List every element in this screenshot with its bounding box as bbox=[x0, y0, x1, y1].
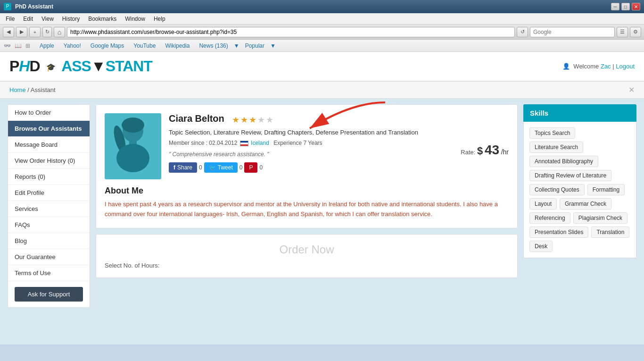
forward-button[interactable]: ▶ bbox=[16, 27, 27, 37]
username-link[interactable]: Zac bbox=[601, 63, 611, 70]
logo-tie: 🎓 bbox=[46, 63, 55, 71]
search-bar[interactable] bbox=[530, 27, 615, 37]
menu-bookmarks[interactable]: Bookmarks bbox=[84, 15, 120, 23]
pinterest-label: P bbox=[249, 164, 253, 171]
new-tab-button[interactable]: + bbox=[29, 27, 41, 37]
skills-body: Topics Search Literature Search Annotate… bbox=[523, 122, 636, 258]
sidebar-item-browse-assistants[interactable]: Browse Our Assistants bbox=[8, 121, 90, 137]
user-nav: 👤 Welcome Zac | Logout bbox=[562, 63, 635, 70]
bookmark-popular[interactable]: Popular bbox=[241, 42, 268, 50]
skill-presentation-slides[interactable]: Presentation Slides bbox=[529, 227, 588, 238]
bookmark-googlemaps[interactable]: Google Maps bbox=[87, 42, 128, 50]
sidebar-item-faqs[interactable]: FAQs bbox=[8, 217, 90, 233]
site-header: PHD 🎓 ASS▼STANT 👤 Welcome Zac | Logout bbox=[0, 52, 644, 82]
content-area: Ciara Belton ★ ★ ★ ★ ★ Topic Selection, … bbox=[96, 104, 518, 278]
sidebar-item-terms[interactable]: Terms of Use bbox=[8, 265, 90, 281]
back-button[interactable]: ◀ bbox=[3, 27, 14, 37]
skill-drafting-review[interactable]: Drafting Review of Literature bbox=[529, 170, 611, 181]
reload-button[interactable]: ↻ bbox=[42, 27, 52, 37]
news-dropdown-icon[interactable]: ▼ bbox=[234, 42, 239, 49]
url-bar[interactable] bbox=[67, 27, 515, 37]
logout-link[interactable]: Logout bbox=[616, 63, 635, 70]
rate-label: Rate: bbox=[461, 149, 475, 156]
menu-edit[interactable]: Edit bbox=[19, 15, 37, 23]
profile-skills: Topic Selection, Literature Review, Draf… bbox=[169, 129, 509, 136]
user-icon: 👤 bbox=[562, 63, 570, 70]
skills-panel: Skills Topics Search Literature Search A… bbox=[523, 104, 636, 258]
skill-grammar-check[interactable]: Grammar Check bbox=[560, 198, 611, 210]
refresh-icon[interactable]: ↺ bbox=[517, 27, 528, 37]
settings-icon[interactable]: ⚙ bbox=[630, 27, 641, 37]
bookmark-yahoo[interactable]: Yahoo! bbox=[60, 42, 85, 50]
about-title: About Me bbox=[105, 186, 509, 196]
menu-view[interactable]: View bbox=[38, 15, 58, 23]
menu-icon[interactable]: ☰ bbox=[617, 27, 628, 37]
skill-referencing[interactable]: Referencing bbox=[529, 212, 570, 224]
star-4: ★ bbox=[257, 115, 265, 125]
bookmark-news[interactable]: News (136) bbox=[195, 42, 231, 50]
rate-per: /hr bbox=[501, 148, 509, 156]
support-button[interactable]: Ask for Support bbox=[15, 287, 83, 302]
country-link[interactable]: Iceland bbox=[251, 140, 269, 146]
breadcrumb-bar: Home / Assistant ✕ bbox=[0, 82, 644, 99]
skill-topics-search[interactable]: Topics Search bbox=[529, 127, 575, 139]
skill-translation[interactable]: Translation bbox=[591, 227, 629, 238]
bookmark-youtube[interactable]: YouTube bbox=[130, 42, 159, 50]
close-icon[interactable]: ✕ bbox=[628, 85, 635, 94]
social-buttons: f Share 0 🐦 Tweet 0 P bbox=[169, 162, 509, 173]
popular-dropdown-icon[interactable]: ▼ bbox=[270, 42, 276, 49]
profile-quote: " Comprehensive research assistance. " bbox=[169, 151, 509, 158]
sidebar-item-how-to-order[interactable]: How to Order bbox=[8, 105, 90, 121]
twitter-count: 0 bbox=[239, 164, 243, 171]
sidebar-item-message-board[interactable]: Message Board bbox=[8, 137, 90, 153]
twitter-tweet-button[interactable]: 🐦 Tweet bbox=[204, 162, 238, 173]
menu-window[interactable]: Window bbox=[121, 15, 149, 23]
sidebar-item-our-guarantee[interactable]: Our Guarantee bbox=[8, 249, 90, 265]
home-button[interactable]: ⌂ bbox=[54, 27, 65, 37]
sidebar-support: Ask for Support bbox=[8, 281, 90, 307]
breadcrumb: Home / Assistant bbox=[9, 86, 56, 93]
about-text: I have spent past 4 years as a research … bbox=[105, 200, 509, 219]
facebook-icon: f bbox=[173, 164, 175, 171]
bookmark-apple[interactable]: Apple bbox=[36, 42, 58, 50]
star-2: ★ bbox=[240, 115, 248, 125]
menu-help[interactable]: Help bbox=[150, 15, 169, 23]
minimize-button[interactable]: ─ bbox=[611, 3, 619, 10]
reader-icon: 👓 bbox=[4, 42, 11, 49]
experience: Experience 7 Years bbox=[273, 140, 322, 146]
order-section: Order Now Select No. of Hours: bbox=[96, 234, 518, 278]
menu-history[interactable]: History bbox=[58, 15, 83, 23]
profile-meta: Member since : 02.04.2012 Iceland Experi… bbox=[169, 140, 509, 146]
profile-top: Ciara Belton ★ ★ ★ ★ ★ Topic Selection, … bbox=[105, 113, 509, 179]
page-wrapper: PHD 🎓 ASS▼STANT 👤 Welcome Zac | Logout H… bbox=[0, 52, 644, 344]
close-button[interactable]: ✕ bbox=[632, 3, 640, 10]
sidebar-item-order-history[interactable]: View Order History (0) bbox=[8, 153, 90, 169]
sidebar-item-reports[interactable]: Reports (0) bbox=[8, 169, 90, 185]
menu-file[interactable]: File bbox=[2, 15, 18, 23]
facebook-count: 0 bbox=[199, 164, 202, 171]
skill-formatting[interactable]: Formatting bbox=[587, 184, 625, 195]
skill-annotated-bibliography[interactable]: Annotated Bibliography bbox=[529, 156, 598, 167]
profile-card: Ciara Belton ★ ★ ★ ★ ★ Topic Selection, … bbox=[96, 104, 518, 228]
breadcrumb-home[interactable]: Home bbox=[9, 86, 26, 93]
skill-desk[interactable]: Desk bbox=[529, 241, 553, 252]
order-title: Order Now bbox=[105, 243, 509, 256]
bookmark-wikipedia[interactable]: Wikipedia bbox=[161, 42, 193, 50]
window-controls: ─ □ ✕ bbox=[611, 3, 640, 10]
sidebar-item-blog[interactable]: Blog bbox=[8, 233, 90, 249]
skill-plagiarism-check[interactable]: Plagiarsim Check bbox=[573, 212, 627, 224]
pinterest-button[interactable]: P bbox=[244, 162, 257, 173]
logo-phd: PHD bbox=[9, 58, 40, 75]
svg-point-5 bbox=[116, 144, 149, 172]
skill-literature-search[interactable]: Literature Search bbox=[529, 142, 583, 153]
browser-titlebar: P PhD Assistant ─ □ ✕ bbox=[0, 0, 644, 13]
sidebar-item-edit-profile[interactable]: Edit Profile bbox=[8, 185, 90, 201]
maximize-button[interactable]: □ bbox=[621, 3, 630, 10]
rate-box: Rate: $ 43 /hr bbox=[461, 143, 509, 158]
facebook-share-button[interactable]: f Share bbox=[169, 162, 197, 173]
skill-collecting-quotes[interactable]: Collecting Quotes bbox=[529, 184, 585, 195]
sidebar-item-services[interactable]: Services bbox=[8, 201, 90, 217]
skill-layout[interactable]: Layout bbox=[529, 198, 557, 210]
avatar bbox=[105, 113, 161, 179]
breadcrumb-separator: / bbox=[27, 86, 29, 93]
